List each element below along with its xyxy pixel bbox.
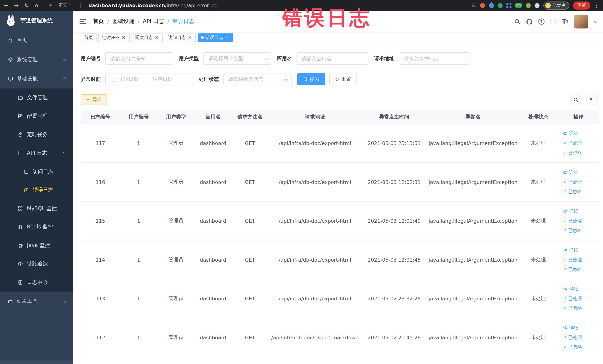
- start-date-placeholder[interactable]: 开始日期: [118, 76, 139, 83]
- tab-error-log[interactable]: 错误日志 ×: [197, 33, 233, 42]
- close-icon[interactable]: ×: [154, 35, 159, 40]
- eye-icon: [18, 261, 23, 267]
- app-logo[interactable]: 芋道管理系统: [0, 11, 73, 31]
- profile-paused-badge[interactable]: 已暂停: [543, 1, 569, 10]
- sidebar-toggle-icon[interactable]: [79, 19, 86, 25]
- mark-processed-link[interactable]: ✓已处理: [563, 218, 582, 224]
- avatar-dropdown-icon[interactable]: [594, 20, 597, 23]
- detail-link[interactable]: 详细: [563, 247, 578, 253]
- app-name-input[interactable]: [297, 52, 369, 65]
- mark-ignored-link[interactable]: ✓已忽略: [563, 188, 582, 195]
- reset-button[interactable]: ↻ 重置: [329, 73, 357, 85]
- address-bar[interactable]: dashboard.yudao.iocoder.cn/infra/log/api…: [88, 2, 218, 8]
- mark-ignored-link[interactable]: ✓已忽略: [563, 266, 582, 273]
- forward-icon[interactable]: →: [14, 3, 19, 8]
- sidebar-item-access-log[interactable]: 访问日志: [0, 162, 73, 181]
- chrome-update-button[interactable]: 更新: [573, 1, 590, 10]
- mark-processed-link[interactable]: ✓已处理: [563, 295, 582, 302]
- sidebar-item-api-log[interactable]: API 日志: [0, 144, 73, 163]
- search-icon[interactable]: [514, 19, 520, 25]
- table-toolbar: 导出 ↻: [81, 94, 599, 105]
- cell-exception-name: java.lang.IllegalArgumentException: [427, 295, 519, 301]
- cell-exception-name: java.lang.IllegalArgumentException: [427, 257, 519, 263]
- check-icon: ✓: [563, 141, 567, 145]
- extension-icon-green[interactable]: [498, 3, 502, 8]
- search-button[interactable]: 搜索: [297, 73, 325, 85]
- tab-home[interactable]: 首页: [81, 33, 97, 42]
- mark-processed-link[interactable]: ✓已处理: [563, 140, 582, 146]
- refresh-table-button[interactable]: ↻: [586, 94, 598, 105]
- refresh-icon[interactable]: ↻: [24, 3, 29, 8]
- monitor-icon: [8, 76, 13, 82]
- rabbit-logo-icon: [5, 15, 16, 26]
- user-id-input[interactable]: [105, 52, 173, 65]
- chrome-menu-icon[interactable]: ⋮: [594, 2, 599, 8]
- sidebar-item-java-monitor[interactable]: Java 监控: [0, 236, 73, 255]
- mark-ignored-link[interactable]: ✓已忽略: [563, 150, 582, 156]
- breadcrumb-infrastructure[interactable]: 基础设施: [113, 18, 134, 25]
- cell-log-id: 112: [81, 335, 120, 340]
- cell-exception-name: java.lang.IllegalArgumentException: [427, 179, 519, 185]
- timer-icon: [18, 132, 23, 137]
- back-icon[interactable]: ←: [4, 3, 8, 8]
- extension-icon-drop[interactable]: [488, 2, 495, 9]
- sidebar-item-log-center[interactable]: 日志中心: [0, 273, 73, 292]
- request-url-label: 请求地址: [374, 55, 394, 62]
- extension-icon-puzzle[interactable]: [534, 3, 540, 8]
- fullscreen-icon[interactable]: [550, 19, 556, 25]
- close-icon[interactable]: ×: [225, 35, 230, 40]
- sidebar-item-config-management[interactable]: 配置管理: [0, 107, 73, 126]
- sidebar-item-dev-tools[interactable]: 研发工具: [0, 292, 73, 311]
- toggle-search-button[interactable]: [570, 94, 581, 105]
- home-icon[interactable]: ⌂: [35, 3, 38, 8]
- github-icon[interactable]: [526, 18, 532, 25]
- end-date-placeholder[interactable]: 结束日期: [152, 76, 173, 83]
- extension-icon-red[interactable]: [480, 3, 485, 8]
- user-type-select[interactable]: 请选择用户类型: [203, 52, 271, 65]
- coffee-icon: [18, 243, 23, 248]
- process-status-select[interactable]: 请选择处理状态: [223, 73, 291, 85]
- detail-link[interactable]: 详细: [563, 208, 578, 214]
- refresh-icon: ↻: [590, 97, 594, 103]
- extension-icon-on-badge[interactable]: on: [515, 3, 522, 8]
- tab-access-log[interactable]: 访问日志 ×: [165, 33, 196, 42]
- request-url-input[interactable]: [399, 52, 470, 65]
- sidebar-item-home[interactable]: 首页: [0, 31, 73, 50]
- export-button[interactable]: 导出: [81, 94, 107, 105]
- close-icon[interactable]: ×: [121, 35, 126, 40]
- extension-icon-grid[interactable]: [506, 3, 511, 8]
- cell-exception-time: 2021-05-02 23:32:28: [361, 295, 427, 301]
- mark-ignored-link[interactable]: ✓已忽略: [563, 305, 582, 311]
- tab-scheduled-tasks[interactable]: 定时任务 ×: [98, 33, 129, 42]
- sidebar-item-file-management[interactable]: 文件管理: [0, 88, 73, 107]
- user-avatar[interactable]: [574, 15, 588, 29]
- sidebar-item-scheduled-tasks[interactable]: 定时任务: [0, 125, 73, 144]
- sidebar-item-error-log[interactable]: 错误日志: [0, 181, 73, 199]
- mark-processed-link[interactable]: ✓已处理: [563, 179, 582, 185]
- mark-ignored-link[interactable]: ✓已忽略: [563, 227, 582, 234]
- sidebar-item-infrastructure[interactable]: 基础设施: [0, 69, 73, 88]
- detail-link[interactable]: 详细: [563, 130, 578, 137]
- sidebar-item-mysql-monitor[interactable]: MySQL 监控: [0, 199, 73, 218]
- security-label[interactable]: 不安全: [58, 2, 72, 9]
- mark-ignored-link[interactable]: ✓已忽略: [563, 344, 582, 350]
- sidebar-item-redis-monitor[interactable]: Redis 监控: [0, 218, 73, 236]
- date-range-picker[interactable]: 开始日期 - 结束日期: [105, 73, 193, 85]
- sidebar-item-system[interactable]: 系统管理: [0, 50, 73, 69]
- detail-link[interactable]: 详细: [563, 169, 578, 176]
- sidebar-item-label: 日志中心: [27, 279, 48, 286]
- tab-schedule-log[interactable]: 调度日志 ×: [132, 33, 163, 42]
- breadcrumb-api-log[interactable]: API 日志: [143, 18, 164, 25]
- mark-processed-link[interactable]: ✓已处理: [563, 334, 582, 341]
- breadcrumb-home[interactable]: 首页: [93, 18, 104, 25]
- bookmark-star-icon[interactable]: ☆: [471, 3, 476, 8]
- help-icon[interactable]: ?: [538, 19, 545, 25]
- close-icon[interactable]: ×: [187, 35, 192, 40]
- mark-processed-link[interactable]: ✓已处理: [563, 257, 582, 263]
- insecure-warning-icon[interactable]: ⚠: [48, 3, 53, 8]
- detail-link[interactable]: 详细: [563, 325, 578, 331]
- extension-icon-leaf[interactable]: [526, 3, 531, 8]
- sidebar-item-link-tracing[interactable]: 链路追踪: [0, 255, 73, 273]
- font-size-icon[interactable]: TT: [562, 18, 568, 25]
- detail-link[interactable]: 详细: [563, 286, 578, 292]
